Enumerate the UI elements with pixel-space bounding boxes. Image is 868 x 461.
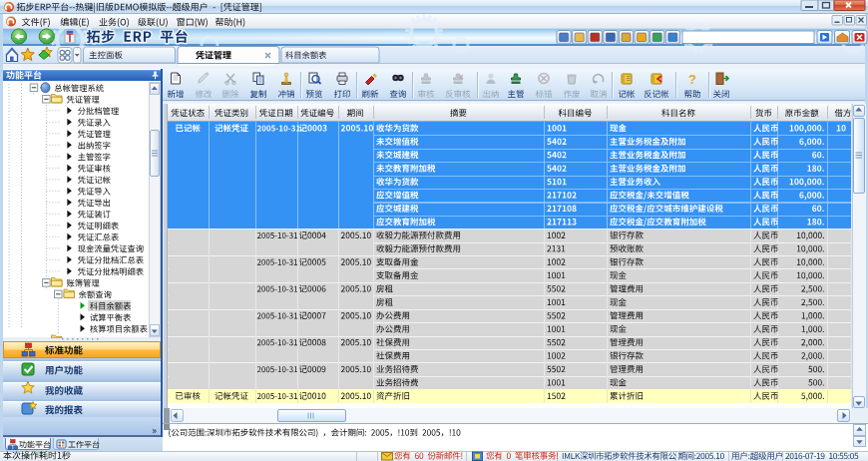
- svg-text:?: ?: [688, 72, 696, 87]
